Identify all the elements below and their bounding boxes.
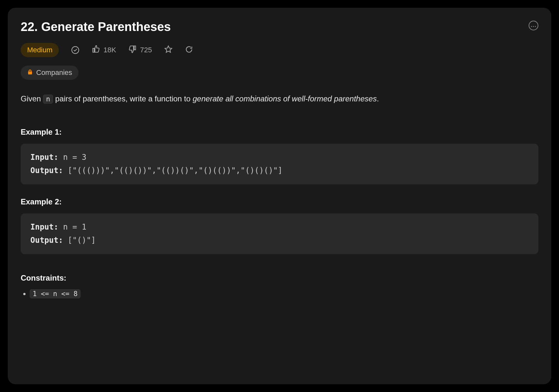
example-block: Example 2: Input: n = 1 Output: ["()"] (21, 197, 538, 254)
problem-panel: 22. Generate Parentheses Medium 18K 725 (8, 8, 551, 384)
constraints-list: 1 <= n <= 8 (21, 290, 538, 298)
constraint-item: 1 <= n <= 8 (30, 290, 538, 298)
thumbs-down-icon (128, 45, 137, 55)
desc-text: Given (21, 94, 43, 103)
desc-text: . (377, 94, 379, 103)
inline-variable: n (43, 95, 53, 104)
more-options-button[interactable] (529, 21, 538, 30)
code-label: Input: (30, 222, 58, 232)
desc-emphasis: generate all combinations of well-formed… (193, 94, 377, 103)
code-label: Output: (30, 236, 63, 245)
share-icon (185, 45, 193, 55)
problem-title: 22. Generate Parentheses (21, 20, 538, 34)
code-label: Input: (30, 153, 58, 162)
more-icon (531, 23, 536, 28)
likes-button[interactable]: 18K (92, 45, 116, 55)
problem-description: Given n pairs of parentheses, write a fu… (21, 93, 538, 105)
code-value: ["((()))","(()())","(())()","()(())","()… (63, 166, 282, 175)
solved-check-icon (71, 46, 79, 54)
meta-row: Medium 18K 725 (21, 43, 538, 57)
tag-row: Companies (21, 66, 538, 80)
share-button[interactable] (185, 45, 193, 55)
constraint-code: 1 <= n <= 8 (30, 289, 80, 298)
dislikes-count: 725 (140, 46, 152, 54)
code-value: n = 3 (58, 153, 87, 162)
svg-point-2 (535, 26, 536, 27)
code-label: Output: (30, 166, 63, 175)
favorite-button[interactable] (164, 45, 173, 55)
svg-point-1 (533, 26, 534, 27)
thumbs-up-icon (92, 45, 100, 55)
example-code: Input: n = 1 Output: ["()"] (21, 213, 538, 254)
code-value: ["()"] (63, 236, 96, 245)
example-block: Example 1: Input: n = 3 Output: ["((()))… (21, 128, 538, 184)
svg-point-0 (531, 26, 532, 27)
lock-icon (27, 68, 33, 77)
companies-tag[interactable]: Companies (21, 66, 79, 80)
likes-count: 18K (103, 46, 116, 54)
difficulty-badge: Medium (21, 43, 59, 57)
code-value: n = 1 (58, 222, 87, 232)
example-title: Example 2: (21, 197, 538, 206)
example-code: Input: n = 3 Output: ["((()))","(()())",… (21, 144, 538, 184)
example-title: Example 1: (21, 128, 538, 137)
companies-label: Companies (36, 68, 72, 77)
desc-text: pairs of parentheses, write a function t… (53, 94, 193, 103)
svg-point-3 (72, 46, 79, 54)
dislikes-button[interactable]: 725 (128, 45, 152, 55)
constraints-title: Constraints: (21, 273, 538, 283)
star-icon (164, 45, 173, 55)
constraints-block: Constraints: 1 <= n <= 8 (21, 273, 538, 298)
